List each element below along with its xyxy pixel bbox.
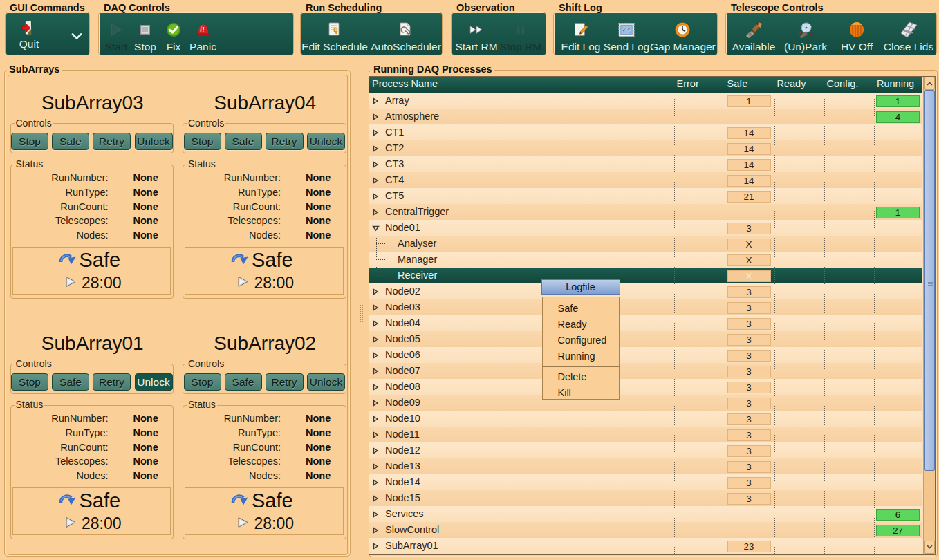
svg-text:!: ! xyxy=(202,26,205,34)
